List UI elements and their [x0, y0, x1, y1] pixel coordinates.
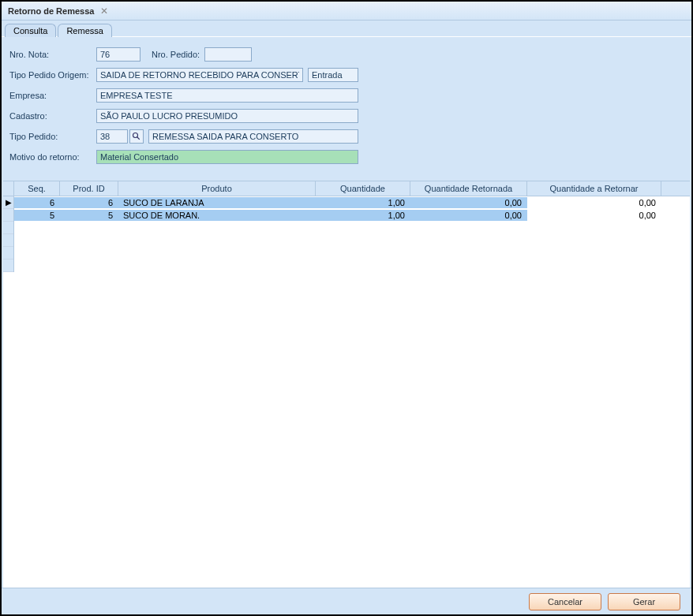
cell-quantidade-retornada: 0,00	[410, 210, 527, 221]
window-retorno-remessa: Retorno de Remessa ✕ Consulta Remessa Nr…	[0, 0, 693, 616]
grid-body[interactable]: ▶ 6 6 SUCO DE LARANJA 1,00 0,00 0,00	[3, 196, 690, 588]
col-header-prod-id[interactable]: Prod. ID	[60, 181, 118, 196]
cell-quantidade: 1,00	[316, 197, 410, 208]
tipo-pedido-code-field[interactable]	[96, 129, 128, 144]
col-header-produto[interactable]: Produto	[118, 181, 316, 196]
cell-seq: 6	[14, 197, 60, 208]
cell-produto: SUCO DE LARANJA	[118, 197, 316, 208]
form-area: Nro. Nota: Nro. Pedido: Tipo Pedido Orig…	[2, 36, 691, 176]
col-header-quantidade-retornada[interactable]: Quantidade Retornada	[410, 181, 527, 196]
motivo-retorno-field[interactable]	[96, 150, 358, 164]
tab-consulta[interactable]: Consulta	[5, 24, 56, 37]
svg-line-1	[137, 137, 140, 140]
table-row[interactable]: 6 6 SUCO DE LARANJA 1,00 0,00 0,00	[14, 196, 690, 209]
row-indicator	[3, 209, 13, 222]
cadastro-field	[96, 109, 358, 123]
search-icon	[132, 132, 141, 141]
grid-header-indicator	[3, 181, 14, 196]
label-empresa: Empresa:	[9, 91, 96, 100]
tab-strip: Consulta Remessa	[2, 21, 691, 36]
svg-point-0	[133, 133, 138, 138]
cell-prod-id: 5	[60, 210, 118, 221]
nro-pedido-field[interactable]	[204, 47, 252, 62]
row-indicator	[3, 222, 13, 234]
grid-area: Seq. Prod. ID Produto Quantidade Quantid…	[3, 181, 690, 588]
cell-quantidade-retornada: 0,00	[410, 197, 527, 208]
grid-indicator-column: ▶	[3, 196, 14, 272]
table-row[interactable]: 5 5 SUCO DE MORAN. 1,00 0,00 0,00	[14, 209, 690, 222]
cell-quantidade: 1,00	[316, 210, 410, 221]
row-indicator	[3, 259, 13, 272]
close-icon[interactable]: ✕	[100, 6, 108, 17]
tab-remessa[interactable]: Remessa	[58, 24, 111, 37]
cell-produto: SUCO DE MORAN.	[118, 210, 316, 221]
cancelar-button[interactable]: Cancelar	[529, 593, 601, 610]
tipo-pedido-lookup-button[interactable]	[129, 129, 144, 144]
col-header-quantidade-a-retornar[interactable]: Quantidade a Retornar	[527, 181, 661, 196]
label-tipo-pedido-origem: Tipo Pedido Origem:	[9, 70, 96, 80]
col-header-quantidade[interactable]: Quantidade	[316, 181, 410, 196]
gerar-button[interactable]: Gerar	[608, 593, 680, 610]
tipo-pedido-origem-direcao-field	[308, 68, 358, 82]
label-motivo-retorno: Motivo do retorno:	[9, 152, 96, 162]
footer-bar: Cancelar Gerar	[2, 588, 691, 614]
row-indicator	[3, 234, 13, 247]
label-cadastro: Cadastro:	[9, 111, 96, 121]
cell-quantidade-a-retornar[interactable]: 0,00	[527, 197, 661, 208]
label-nro-nota: Nro. Nota:	[9, 50, 96, 59]
cell-prod-id: 6	[60, 197, 118, 208]
titlebar: Retorno de Remessa ✕	[2, 2, 691, 21]
cell-quantidade-a-retornar[interactable]: 0,00	[527, 210, 661, 221]
grid-header: Seq. Prod. ID Produto Quantidade Quantid…	[3, 181, 690, 196]
nro-nota-field[interactable]	[96, 47, 140, 62]
row-indicator	[3, 247, 13, 259]
label-tipo-pedido: Tipo Pedido:	[9, 132, 96, 141]
empresa-field	[96, 88, 358, 103]
row-indicator-current-icon: ▶	[3, 196, 13, 209]
window-title: Retorno de Remessa	[8, 6, 94, 16]
tipo-pedido-desc-field	[148, 129, 358, 144]
label-nro-pedido: Nro. Pedido:	[152, 50, 200, 59]
col-header-seq[interactable]: Seq.	[14, 181, 60, 196]
tipo-pedido-origem-field	[96, 68, 303, 82]
cell-seq: 5	[14, 210, 60, 221]
